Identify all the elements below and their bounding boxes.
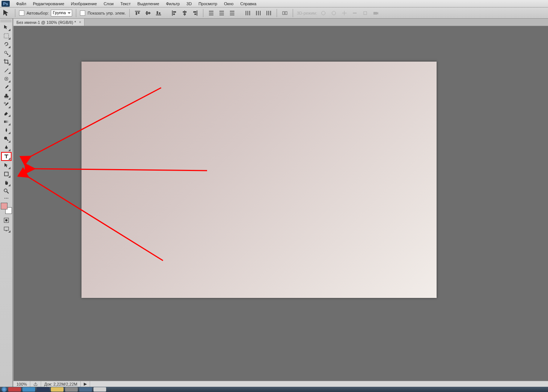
svg-rect-37	[285, 12, 287, 15]
zoom-tool[interactable]	[2, 187, 11, 195]
document-tab[interactable]: Без имени-1 @ 100% (RGB/8) * ×	[13, 19, 84, 26]
edit-toolbar-button[interactable]	[2, 196, 11, 201]
shape-tool[interactable]	[2, 170, 11, 178]
path-select-tool[interactable]	[2, 161, 11, 169]
lasso-tool[interactable]	[2, 40, 11, 49]
show-controls-checkbox[interactable]	[80, 10, 85, 16]
zoom-level[interactable]: 100%	[13, 381, 30, 387]
distribute-left-button[interactable]	[244, 9, 252, 17]
svg-rect-33	[267, 11, 267, 15]
svg-rect-8	[159, 12, 160, 14]
svg-rect-1	[136, 12, 137, 15]
active-tool-indicator	[2, 9, 11, 17]
canvas-area[interactable]	[13, 26, 548, 381]
distribute-right-button[interactable]	[265, 9, 273, 17]
svg-rect-21	[219, 11, 224, 12]
gradient-tool[interactable]	[2, 118, 11, 126]
align-hcenter-button[interactable]	[181, 9, 189, 17]
healing-tool[interactable]	[2, 75, 11, 83]
svg-rect-16	[193, 11, 196, 13]
svg-rect-27	[246, 11, 246, 15]
svg-rect-17	[194, 13, 196, 15]
marquee-tool[interactable]	[2, 32, 11, 40]
svg-point-47	[4, 137, 7, 140]
menu-type[interactable]: Текст	[117, 0, 134, 7]
scale-3d-button	[361, 9, 369, 17]
align-right-edges-button[interactable]	[191, 9, 199, 17]
taskbar-app[interactable]	[93, 387, 106, 392]
pen-tool[interactable]	[2, 143, 11, 152]
document-canvas[interactable]	[81, 62, 437, 298]
align-left-edges-button[interactable]	[170, 9, 178, 17]
eyedropper-tool[interactable]	[2, 66, 11, 74]
start-button[interactable]	[1, 387, 7, 392]
camera-3d-button	[372, 9, 380, 17]
divider	[293, 9, 293, 17]
screenmode-button[interactable]	[2, 225, 11, 233]
svg-rect-20	[209, 15, 213, 15]
align-bottom-edges-button[interactable]	[154, 9, 163, 17]
divider	[15, 9, 15, 17]
svg-rect-13	[183, 11, 187, 13]
share-icon[interactable]	[30, 381, 41, 387]
menu-image[interactable]: Изображение	[68, 0, 100, 7]
menu-help[interactable]: Справка	[237, 0, 260, 7]
move-tool[interactable]	[2, 23, 11, 31]
menu-select[interactable]: Выделение	[134, 0, 163, 7]
autoselect-checkbox[interactable]	[19, 10, 24, 16]
toolbox	[0, 19, 13, 387]
svg-rect-23	[219, 15, 224, 15]
align-vcenter-button[interactable]	[144, 9, 152, 17]
show-controls-label: Показать упр. элем.	[87, 11, 126, 15]
menu-layer[interactable]: Слои	[100, 0, 117, 7]
taskbar-app[interactable]	[22, 387, 35, 392]
distribute-bottom-button[interactable]	[228, 9, 236, 17]
auto-align-button[interactable]	[281, 9, 289, 17]
svg-point-54	[5, 219, 7, 221]
menu-filter[interactable]: Фильтр	[163, 0, 183, 7]
svg-rect-46	[4, 121, 9, 123]
svg-rect-36	[283, 12, 284, 15]
svg-rect-35	[270, 11, 271, 15]
svg-rect-15	[197, 10, 197, 16]
history-brush-tool[interactable]	[2, 100, 11, 109]
brush-tool[interactable]	[2, 83, 11, 91]
stamp-tool[interactable]	[2, 92, 11, 100]
doc-size[interactable]: Док: 2,22M/2,22M	[41, 381, 81, 387]
svg-rect-6	[156, 15, 161, 15]
blur-tool[interactable]	[2, 126, 11, 134]
crop-tool[interactable]	[2, 57, 11, 66]
menu-window[interactable]: Окно	[221, 0, 237, 7]
distribute-hcenter-button[interactable]	[254, 9, 262, 17]
eraser-tool[interactable]	[2, 109, 11, 117]
menu-file[interactable]: Файл	[13, 0, 30, 7]
toolbox-grip[interactable]	[1, 19, 12, 22]
taskbar-app[interactable]	[79, 387, 92, 392]
close-icon[interactable]: ×	[79, 20, 81, 24]
options-bar: Автовыбор: Группа Показать упр. элем. 3D…	[0, 7, 548, 19]
quick-select-tool[interactable]	[2, 49, 11, 57]
taskbar-app[interactable]	[65, 387, 78, 392]
status-menu-arrow[interactable]: ▶	[81, 381, 90, 387]
taskbar-app[interactable]	[37, 387, 49, 392]
svg-point-39	[332, 11, 336, 15]
menu-3d[interactable]: 3D	[183, 0, 195, 7]
menu-edit[interactable]: Редактирование	[30, 0, 68, 7]
type-tool[interactable]	[1, 152, 12, 161]
svg-rect-28	[247, 11, 248, 15]
distribute-top-button[interactable]	[207, 9, 215, 17]
autoselect-target-select[interactable]: Группа	[51, 10, 72, 16]
taskbar-app[interactable]	[8, 387, 21, 392]
align-top-edges-button[interactable]	[133, 9, 142, 17]
color-swatches[interactable]	[1, 203, 12, 214]
distribute-vcenter-button[interactable]	[218, 9, 226, 17]
svg-rect-10	[173, 11, 176, 13]
menu-view[interactable]: Просмотр	[195, 0, 221, 7]
dodge-tool[interactable]	[2, 135, 11, 143]
quickmask-button[interactable]	[2, 216, 11, 224]
hand-tool[interactable]	[2, 178, 11, 187]
svg-rect-25	[230, 13, 234, 13]
foreground-color-swatch[interactable]	[1, 203, 7, 209]
taskbar-app[interactable]	[51, 387, 64, 392]
pan-3d-button	[340, 9, 348, 17]
